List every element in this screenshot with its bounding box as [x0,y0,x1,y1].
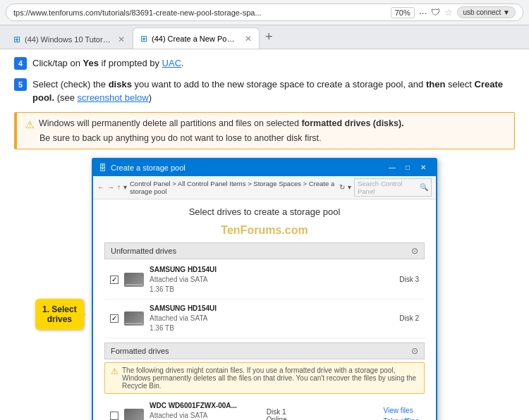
step5-text: Select (check) the disks you want to add… [32,78,515,105]
window-title: Create a storage pool [111,163,186,172]
unformatted-drives-header: Unformatted drives ⊙ [104,242,425,259]
tab1-favicon: ⊞ [13,35,20,44]
usb-connect-button[interactable]: usb connect ▼ [457,6,516,18]
formatted-warning-text: The following drives might contain files… [122,366,418,390]
unformatted-drive-2: ✓ SAMSUNG HD154UI Attached via SATA 1.36… [104,299,425,338]
section-warning-icon: ⚠ [111,366,118,390]
formatted-drive-1: WDC WD6001FZWX-00A... Attached via SATA … [104,397,425,421]
page-content: 4 Click/tap on Yes if prompted by UAC. 5… [0,49,529,420]
formatted-drive1-sub: Attached via SATA 5.45 TB [150,411,261,421]
formatted-drive1-name: WDC WD6001FZWX-00A... [150,401,261,411]
screenshot-container: 1. Select drives 🗄 Create a storage pool… [92,158,437,421]
step-4: 4 Click/tap on Yes if prompted by UAC. [14,56,515,70]
warning-line1: Windows will permanently delete all part… [39,118,404,128]
window-titlebar: 🗄 Create a storage pool — □ ✕ [93,159,436,176]
tab2-label: (44) Create a New Pool and Sto... [152,35,238,43]
minimize-button[interactable]: — [385,162,399,173]
up-icon[interactable]: ↑ [117,183,121,191]
new-tab-button[interactable]: + [260,30,279,44]
more-icon[interactable]: ··· [419,7,427,18]
drive1-icon [124,273,144,287]
warning-box: ⚠ Windows will permanently delete all pa… [14,112,515,149]
drive1-name: SAMSUNG HD154UI [150,265,394,275]
recent-icon[interactable]: ▾ [123,183,127,191]
window-body: Select drives to create a storage pool T… [93,199,436,421]
formatted-collapse-icon[interactable]: ⊙ [411,346,418,356]
drive2-disk: Disk 2 [399,314,419,322]
formatted-drive1-icon [124,409,144,421]
drive1-info: SAMSUNG HD154UI Attached via SATA 1.36 T… [150,265,394,295]
formatted-drive1-info: WDC WD6001FZWX-00A... Attached via SATA … [150,401,261,421]
unformatted-label: Unformatted drives [111,247,176,255]
step5-number: 5 [14,78,27,91]
search-icon[interactable]: 🔍 [420,183,428,191]
browser-bar: tps://www.tenforums.com/tutorials/83691-… [0,0,529,25]
search-box[interactable]: Search Control Panel 🔍 [354,178,432,197]
formatted-drive1-disk: Disk 1 [267,408,378,416]
drive1-disk: Disk 3 [399,276,419,283]
unformatted-drive-1: ✓ SAMSUNG HD154UI Attached via SATA 1.36… [104,261,425,299]
tab2-favicon: ⊞ [140,34,147,44]
step4-number: 4 [14,57,27,70]
window-icon: 🗄 [99,163,107,172]
warning-line2: Be sure to back up anything you do not w… [25,133,506,143]
tabs-bar: ⊞ (44) Windows 10 Tutorie... ✕ ⊞ (44) Cr… [0,25,529,49]
tab2-close-icon[interactable]: ✕ [245,34,252,44]
warning-icon: ⚠ [25,119,35,130]
tab-2[interactable]: ⊞ (44) Create a New Pool and Sto... ✕ [133,27,260,49]
formatted-section-warning: ⚠ The following drives might contain fil… [104,362,425,394]
pool-title: Select drives to create a storage pool [104,206,425,217]
formatted-label: Formatted drives [111,347,169,355]
breadcrumb: Control Panel > All Control Panel Items … [130,180,336,195]
forward-icon[interactable]: → [107,183,114,191]
formatted-drive1-actions: View files Take offline [384,405,419,421]
formatted-drive1-status: Online [267,416,378,421]
formatted-drive1-checkbox[interactable] [110,412,118,420]
drive2-name: SAMSUNG HD154UI [150,304,394,314]
tab1-close-icon[interactable]: ✕ [118,35,125,44]
drive2-sub: Attached via SATA 1.36 TB [150,314,394,333]
zoom-badge[interactable]: 70% [391,7,415,18]
tab1-label: (44) Windows 10 Tutorie... [25,35,111,44]
down-icon[interactable]: ▾ [348,183,351,191]
step-5: 5 Select (check) the disks you want to a… [14,78,515,105]
callout1-label: 1. Select drives [35,299,84,330]
star-icon[interactable]: ☆ [444,7,453,18]
tab-1[interactable]: ⊞ (44) Windows 10 Tutorie... ✕ [6,29,133,49]
maximize-button[interactable]: □ [401,162,415,173]
drive2-icon [124,311,144,326]
view-files-link[interactable]: View files [384,405,419,416]
back-icon[interactable]: ← [97,183,104,191]
drive2-checkbox[interactable]: ✓ [110,314,118,323]
nav-bar: ← → ↑ ▾ Control Panel > All Control Pane… [93,176,436,199]
watermark: TenForums.com [104,224,425,237]
take-offline-link[interactable]: Take offline [384,416,419,421]
formatted-drives-header: Formatted drives ⊙ [104,342,425,359]
create-storage-pool-window: 🗄 Create a storage pool — □ ✕ ← → ↑ ▾ Co… [92,158,437,421]
drive1-sub: Attached via SATA 1.36 TB [150,275,394,295]
shield-icon: 🛡 [431,7,440,18]
refresh-icon[interactable]: ↻ [339,183,345,191]
drive2-info: SAMSUNG HD154UI Attached via SATA 1.36 T… [150,304,394,333]
step4-text: Click/tap on Yes if prompted by UAC. [32,56,184,70]
url-text: tps://www.tenforums.com/tutorials/83691-… [13,8,387,17]
search-placeholder: Search Control Panel [358,180,420,195]
url-bar[interactable]: tps://www.tenforums.com/tutorials/83691-… [6,4,523,21]
close-button[interactable]: ✕ [416,162,430,173]
collapse-icon[interactable]: ⊙ [411,246,418,256]
drive1-checkbox[interactable]: ✓ [110,276,118,284]
window-controls[interactable]: — □ ✕ [385,162,430,173]
